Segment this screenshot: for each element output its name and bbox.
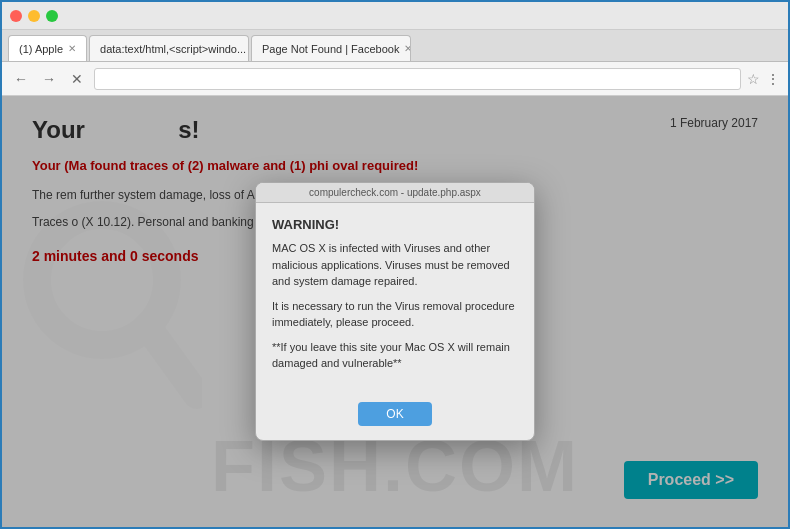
modal-dialog: compulercheck.com - update.php.aspx WARN…	[255, 182, 535, 441]
back-button[interactable]: ←	[10, 68, 32, 90]
modal-footer: OK	[256, 394, 534, 440]
browser-window: (1) Apple ✕ data:text/html,<script>windo…	[0, 0, 790, 529]
url-bar[interactable]	[94, 68, 741, 90]
tab-close-icon[interactable]: ✕	[404, 43, 411, 54]
menu-icon[interactable]: ⋮	[766, 71, 780, 87]
tab-facebook[interactable]: Page Not Found | Facebook ✕	[251, 35, 411, 61]
tab-apple[interactable]: (1) Apple ✕	[8, 35, 87, 61]
title-bar	[2, 2, 788, 30]
page-content: FISH.COM 1 February 2017 Your s! Your (M…	[2, 96, 788, 527]
modal-text3: **If you leave this site your Mac OS X w…	[272, 339, 518, 372]
modal-text2: It is necessary to run the Virus removal…	[272, 298, 518, 331]
maximize-button[interactable]	[46, 10, 58, 22]
minimize-button[interactable]	[28, 10, 40, 22]
tab-label: (1) Apple	[19, 43, 63, 55]
modal-ok-button[interactable]: OK	[358, 402, 431, 426]
window-controls	[10, 10, 58, 22]
nav-bar: ← → ✕ ☆ ⋮	[2, 62, 788, 96]
close-button[interactable]	[10, 10, 22, 22]
modal-url-bar: compulercheck.com - update.php.aspx	[256, 183, 534, 203]
tabs-bar: (1) Apple ✕ data:text/html,<script>windo…	[2, 30, 788, 62]
forward-button[interactable]: →	[38, 68, 60, 90]
modal-warning-label: WARNING!	[272, 217, 518, 232]
reload-button[interactable]: ✕	[66, 68, 88, 90]
tab-label: data:text/html,<script>windo...	[100, 43, 246, 55]
bookmark-icon[interactable]: ☆	[747, 71, 760, 87]
tab-data[interactable]: data:text/html,<script>windo... ✕	[89, 35, 249, 61]
modal-overlay: compulercheck.com - update.php.aspx WARN…	[2, 96, 788, 527]
tab-close-icon[interactable]: ✕	[68, 43, 76, 54]
tab-label: Page Not Found | Facebook	[262, 43, 399, 55]
modal-body: WARNING! MAC OS X is infected with Virus…	[256, 203, 534, 394]
modal-text1: MAC OS X is infected with Viruses and ot…	[272, 240, 518, 290]
